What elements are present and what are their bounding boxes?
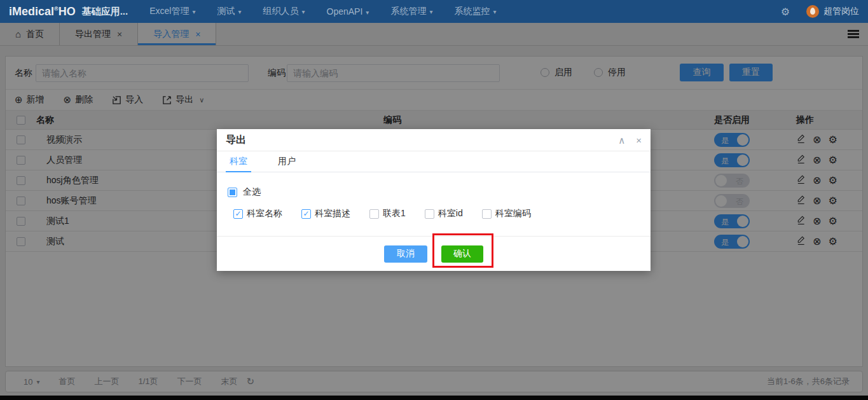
field-dept-id[interactable]: ✓科室id [425, 208, 463, 219]
dialog-tab-user[interactable]: 用户 [274, 151, 300, 172]
field-label: 科室名称 [247, 208, 282, 219]
checkbox[interactable]: ✓ [369, 209, 379, 219]
check-icon: ✓ [235, 210, 241, 217]
app-title: 基础应用... [82, 6, 128, 18]
dialog-tab-label: 用户 [278, 156, 296, 167]
logo-product: HO [59, 5, 76, 18]
menu-test[interactable]: 测试▾ [217, 6, 241, 17]
caret-down-icon: ▾ [429, 8, 432, 15]
menu-label: 测试 [217, 6, 235, 16]
field-label: 科室描述 [315, 208, 350, 219]
menu-label: OpenAPI [327, 6, 363, 17]
dialog-title: 导出 [226, 134, 246, 147]
field-dept-code[interactable]: ✓科室编码 [482, 208, 531, 219]
menu-label: 系统管理 [390, 6, 426, 16]
cancel-button[interactable]: 取消 [384, 245, 427, 263]
checkbox[interactable]: ✓ [233, 209, 243, 219]
caret-down-icon: ▾ [493, 8, 496, 15]
select-all-option[interactable]: ✓ 全选 [217, 172, 651, 198]
main-menu: Excel管理▾ 测试▾ 组织人员▾ OpenAPI▾ 系统管理▾ 系统监控▾ [149, 6, 496, 17]
field-label: 联表1 [383, 208, 406, 219]
caret-down-icon: ▾ [366, 9, 369, 16]
checkbox[interactable]: ✓ [482, 209, 492, 219]
export-dialog: 导出 ∧ × 科室 用户 ✓ 全选 ✓科室名称 ✓科室描述 ✓联表1 ✓科室id… [217, 129, 651, 271]
dialog-header: 导出 ∧ × [217, 129, 651, 151]
top-navbar: iMedical®HO 基础应用... Excel管理▾ 测试▾ 组织人员▾ O… [0, 0, 868, 23]
select-all-checkbox[interactable]: ✓ [228, 188, 237, 197]
logo-reg-mark: ® [54, 6, 59, 12]
menu-label: 组织人员 [263, 6, 298, 16]
field-linked-table[interactable]: ✓联表1 [369, 208, 406, 219]
caret-down-icon: ▾ [192, 8, 195, 15]
check-icon: ✓ [303, 210, 309, 217]
user-menu[interactable]: 超管岗位 [806, 5, 859, 18]
dialog-tabs: 科室 用户 [217, 151, 651, 172]
dialog-tab-label: 科室 [230, 156, 247, 167]
caret-down-icon: ▾ [238, 8, 241, 15]
select-all-label: 全选 [243, 186, 261, 198]
checkbox[interactable]: ✓ [425, 209, 434, 219]
field-dept-name[interactable]: ✓科室名称 [233, 208, 282, 219]
caret-down-icon: ▾ [301, 8, 305, 15]
checkbox[interactable]: ✓ [301, 209, 311, 219]
menu-openapi[interactable]: OpenAPI▾ [327, 6, 369, 17]
dialog-tab-dept[interactable]: 科室 [226, 151, 251, 172]
logo-text: iMedical [9, 5, 54, 18]
dialog-body: ✓ 全选 ✓科室名称 ✓科室描述 ✓联表1 ✓科室id ✓科室编码 [217, 172, 651, 219]
close-icon[interactable]: × [636, 135, 642, 145]
avatar [806, 5, 819, 18]
field-dept-desc[interactable]: ✓科室描述 [301, 208, 350, 219]
bottom-edge [0, 396, 868, 400]
confirm-button[interactable]: 确认 [441, 245, 483, 263]
field-label: 科室id [438, 208, 463, 219]
collapse-icon[interactable]: ∧ [618, 135, 625, 145]
menu-label: Excel管理 [149, 6, 189, 16]
menu-org[interactable]: 组织人员▾ [263, 6, 305, 17]
menu-excel[interactable]: Excel管理▾ [149, 6, 195, 17]
menu-sysmonitor[interactable]: 系统监控▾ [454, 6, 496, 17]
user-role-label: 超管岗位 [823, 6, 859, 17]
field-label: 科室编码 [495, 208, 531, 219]
field-options: ✓科室名称 ✓科室描述 ✓联表1 ✓科室id ✓科室编码 [217, 198, 651, 219]
app-logo: iMedical®HO [9, 5, 76, 18]
navbar-right: ⚙ 超管岗位 [781, 5, 859, 18]
menu-sysmanage[interactable]: 系统管理▾ [390, 6, 432, 17]
settings-gear-icon[interactable]: ⚙ [781, 6, 790, 18]
dialog-footer: 取消 确认 [217, 236, 651, 271]
menu-label: 系统监控 [454, 6, 490, 16]
